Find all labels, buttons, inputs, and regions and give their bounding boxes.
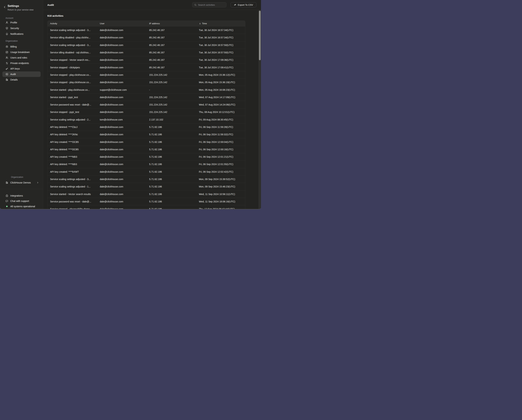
- chat-icon: [6, 200, 8, 202]
- organization-nav: BillingUsage breakdownUsers and rolesPri…: [2, 44, 41, 82]
- cell-activity: Service password was reset - dale@...: [47, 101, 97, 108]
- export-csv-button[interactable]: Export To CSV: [230, 2, 256, 8]
- activities-count: 918 activities: [47, 14, 245, 17]
- column-header-time[interactable]: Time: [196, 22, 245, 25]
- app-window: Settings Return to your service view Acc…: [0, 0, 261, 209]
- org-switcher[interactable]: ClickHouse Demos: [2, 180, 41, 185]
- cell-activity: Service scaling settings adjusted - 3...: [47, 41, 97, 49]
- cell-ip: 5.71.62.186: [146, 138, 196, 146]
- usage-icon: [6, 51, 8, 54]
- sidebar-item-profile[interactable]: Profile: [2, 20, 41, 25]
- table-row: Service scaling settings adjusted - 1...…: [47, 183, 245, 190]
- content: 918 activities Activity User IP address …: [47, 14, 245, 209]
- table-row: Service idling disabled - sql.clickhou..…: [47, 49, 245, 56]
- cell-activity: API key deleted: ****hBI3: [47, 161, 97, 168]
- sidebar-item-chat-with-support[interactable]: Chat with support: [2, 198, 41, 204]
- section-label-account: Account: [6, 17, 43, 19]
- sidebar-item-label: Security: [10, 27, 19, 30]
- cell-time: Wed, 07 Aug 2024 14:17:09(UTC): [196, 94, 245, 101]
- cell-activity: API key deleted: ****2KNc: [47, 131, 97, 138]
- cell-time: Mon, 05 Aug 2024 16:08:23(UTC): [196, 86, 245, 93]
- cell-activity: API key deleted: ****OCB5: [47, 146, 97, 153]
- sidebar-item-billing[interactable]: Billing: [2, 44, 41, 49]
- cell-ip: 151.224.225.142: [146, 79, 196, 86]
- cell-ip: 85.242.48.167: [146, 26, 196, 34]
- cell-ip: -: [146, 86, 196, 93]
- cell-user: dale@clickhouse.com: [97, 146, 146, 153]
- scrollbar-track[interactable]: [258, 10, 261, 209]
- sidebar-item-private-endpoints[interactable]: Private endpoints: [2, 60, 41, 66]
- cell-ip: 2.137.10.102: [146, 116, 196, 123]
- cell-time: Tue, 30 Jul 2024 16:57:34(UTC): [196, 26, 245, 34]
- sidebar-item-label: Integrations: [10, 194, 23, 197]
- cell-user: dale@clickhouse.com: [97, 79, 146, 86]
- section-label-organization: Organization: [6, 40, 43, 42]
- cell-ip: 151.224.225.142: [146, 101, 196, 108]
- cell-user: dale@clickhouse.com: [97, 138, 146, 146]
- settings-title: Settings: [8, 4, 34, 8]
- scrollbar-thumb[interactable]: [259, 11, 261, 60]
- table-row: Service stopped - play.clickhouse.co...d…: [47, 78, 245, 86]
- cell-user: dale@clickhouse.com: [97, 109, 146, 116]
- main-area: Audit Export To CSV 918 activities Activ…: [43, 0, 261, 209]
- cell-ip: 5.71.62.186: [146, 191, 196, 198]
- column-header-user[interactable]: User: [97, 22, 146, 25]
- table-header: Activity User IP address Time: [47, 21, 245, 26]
- column-header-ip-address[interactable]: IP address: [146, 22, 196, 25]
- cell-time: Thu, 12 Sep 2024 08:42:44(UTC): [196, 205, 245, 209]
- cell-activity: Service started - Vector search results: [47, 191, 97, 198]
- sidebar-item-users-and-roles[interactable]: Users and roles: [2, 55, 41, 60]
- sidebar-item-all-systems-operational[interactable]: All systems operational: [2, 204, 41, 209]
- cell-ip: 5.71.62.186: [146, 131, 196, 138]
- sidebar-item-integrations[interactable]: Integrations: [2, 193, 41, 198]
- table-row: API key created: ****bXWTdale@clickhouse…: [47, 168, 245, 175]
- sidebar-item-usage-breakdown[interactable]: Usage breakdown: [2, 49, 41, 55]
- sidebar-item-notifications[interactable]: Notifications: [2, 31, 41, 37]
- cell-user: dale@clickhouse.com: [97, 41, 146, 49]
- cell-user: dale@clickhouse.com: [97, 183, 146, 190]
- cell-user: dale@clickhouse.com: [97, 49, 146, 56]
- cell-time: Tue, 30 Jul 2024 16:57:50(UTC): [196, 41, 245, 49]
- cell-time: Tue, 30 Jul 2024 17:09:41(UTC): [196, 64, 245, 71]
- cell-ip: 5.71.62.186: [146, 161, 196, 168]
- cell-user: dale@clickhouse.com: [97, 101, 146, 108]
- audit-table: Activity User IP address Time Service sc…: [47, 21, 245, 209]
- cell-time: Fri, 06 Sep 2024 12:00:04(UTC): [196, 138, 245, 146]
- sidebar-footer: IntegrationsChat with supportAll systems…: [2, 193, 41, 209]
- cell-user: dale@clickhouse.com: [97, 205, 146, 209]
- cell-user: dale@clickhouse.com: [97, 153, 146, 160]
- cell-time: Fri, 09 Aug 2024 08:30:45(UTC): [196, 116, 245, 123]
- sidebar-item-audit[interactable]: Audit: [2, 71, 41, 77]
- search-icon: [194, 4, 197, 6]
- cell-user: tom@clickhouse.com: [97, 116, 146, 123]
- sidebar-item-label: Billing: [10, 45, 17, 48]
- back-button[interactable]: [3, 6, 6, 9]
- sidebar-item-label: Audit: [10, 73, 16, 76]
- sidebar-item-api-keys[interactable]: API keys: [2, 66, 41, 71]
- table-body: Service scaling settings adjusted - 3...…: [47, 26, 245, 209]
- sidebar-titles: Settings Return to your service view: [8, 4, 34, 11]
- cell-ip: 85.242.48.167: [146, 34, 196, 41]
- cell-ip: 5.71.62.186: [146, 205, 196, 209]
- cell-ip: 5.71.62.186: [146, 176, 196, 183]
- status-dot-icon: [6, 205, 8, 208]
- users-icon: [6, 56, 8, 59]
- cell-user: dale@clickhouse.com: [97, 71, 146, 78]
- search-input[interactable]: [198, 4, 224, 6]
- sidebar-item-details[interactable]: Details: [2, 77, 41, 82]
- cell-user: dale@clickhouse.com: [97, 26, 146, 34]
- cell-time: Fri, 06 Sep 2024 11:59:32(UTC): [196, 131, 245, 138]
- cell-activity: Service stopped - clickpipes: [47, 64, 97, 71]
- cell-activity: Service stopped - pypi_test: [47, 109, 97, 116]
- column-header-activity[interactable]: Activity: [47, 22, 97, 25]
- chevron-left-icon: [3, 6, 6, 9]
- search-box[interactable]: [192, 2, 226, 8]
- cell-time: Fri, 06 Sep 2024 12:00:16(UTC): [196, 146, 245, 153]
- table-row: Service password was reset - dale@...dal…: [47, 198, 245, 205]
- cell-user: dale@clickhouse.com: [97, 64, 146, 71]
- cell-ip: 151.224.225.142: [146, 109, 196, 116]
- audit-icon: [6, 73, 8, 76]
- page: Settings Return to your service view Acc…: [0, 0, 261, 210]
- cell-time: Wed, 07 Aug 2024 14:24:06(UTC): [196, 101, 245, 108]
- sidebar-item-security[interactable]: Security: [2, 25, 41, 31]
